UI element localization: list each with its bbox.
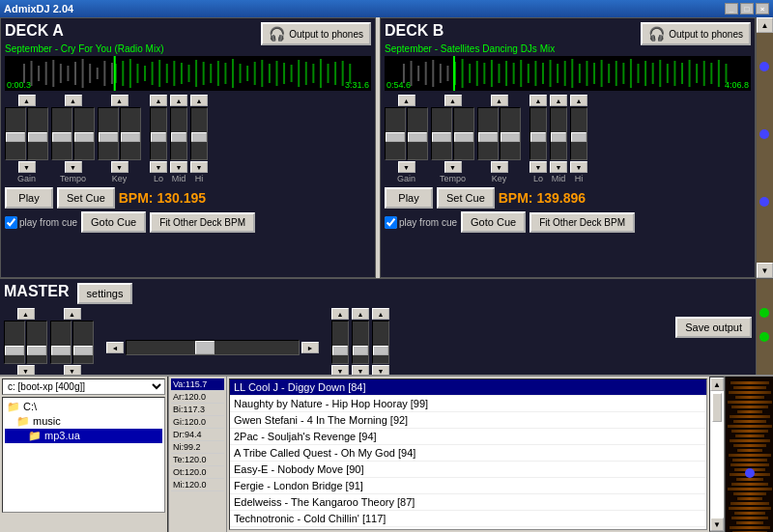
deck-a-phone-button[interactable]: 🎧 Output to phones bbox=[261, 22, 371, 45]
deck-a-tempo-slider2[interactable] bbox=[73, 107, 95, 160]
deck-b-tempo-up[interactable]: ▲ bbox=[444, 95, 462, 106]
master-mid-slider[interactable] bbox=[352, 321, 369, 364]
track-item-0[interactable]: LL Cool J - Diggy Down [84] bbox=[230, 379, 706, 396]
master-mid-up[interactable]: ▲ bbox=[352, 308, 369, 320]
track-scroll-track[interactable] bbox=[710, 391, 724, 518]
track-item-5[interactable]: Easy-E - Nobody Move [90] bbox=[230, 462, 706, 478]
track-scroll-up[interactable]: ▲ bbox=[710, 378, 724, 391]
deck-b-lo-up[interactable]: ▲ bbox=[530, 95, 547, 106]
volume-item-3[interactable]: Gi:120.0 bbox=[171, 416, 224, 429]
master-hi-slider[interactable] bbox=[372, 321, 389, 364]
deck-a-play-button[interactable]: Play bbox=[5, 187, 53, 209]
crossfader-left[interactable]: ◄ bbox=[106, 342, 124, 353]
deck-b-gain-slider2[interactable] bbox=[407, 107, 428, 160]
volume-item-4[interactable]: Dr:94.4 bbox=[171, 429, 224, 441]
deck-b-tempo-down[interactable]: ▼ bbox=[444, 161, 462, 173]
deck-b-play-from-cue-checkbox[interactable] bbox=[385, 216, 397, 229]
volume-item-2[interactable]: Bi:117.3 bbox=[171, 404, 224, 416]
master-tempo-slider2[interactable] bbox=[72, 321, 94, 364]
deck-a-hi-up[interactable]: ▲ bbox=[190, 95, 208, 106]
track-item-2[interactable]: Gwen Stefani - 4 In The Morning [92] bbox=[230, 412, 706, 429]
deck-b-key-down[interactable]: ▼ bbox=[491, 161, 508, 173]
track-item-7[interactable]: Edelweiss - The Kangaroo Theory [87] bbox=[230, 494, 706, 511]
deck-a-key-up[interactable]: ▲ bbox=[111, 95, 129, 106]
deck-a-hi-down[interactable]: ▼ bbox=[190, 161, 208, 173]
master-tempo-slider[interactable] bbox=[50, 321, 72, 364]
master-hi-up[interactable]: ▲ bbox=[372, 308, 389, 320]
deck-a-key-down[interactable]: ▼ bbox=[111, 161, 129, 173]
track-item-6[interactable]: Fergie - London Bridge [91] bbox=[230, 478, 706, 494]
deck-b-mid-up[interactable]: ▲ bbox=[550, 95, 567, 106]
deck-b-lo-slider[interactable] bbox=[530, 107, 547, 160]
track-item-1[interactable]: Naughty by Nature - Hip Hop Hooray [99] bbox=[230, 396, 706, 412]
scroll-track[interactable] bbox=[757, 33, 773, 263]
volume-item-0[interactable]: Va:115.7 bbox=[171, 378, 224, 391]
deck-a-mid-down[interactable]: ▼ bbox=[170, 161, 187, 173]
deck-b-lo-down[interactable]: ▼ bbox=[530, 161, 547, 173]
deck-a-tempo-down[interactable]: ▼ bbox=[65, 161, 82, 173]
deck-a-lo-down[interactable]: ▼ bbox=[150, 161, 167, 173]
deck-a-hi-slider[interactable] bbox=[190, 107, 208, 160]
track-item-3[interactable]: 2Pac - Souljah's Revenge [94] bbox=[230, 429, 706, 445]
master-settings-button[interactable]: settings bbox=[77, 283, 133, 304]
folder-item-c[interactable]: 📁 C:\ bbox=[5, 400, 162, 414]
master-gain-slider[interactable] bbox=[4, 321, 25, 364]
save-output-button[interactable]: Save output bbox=[675, 317, 752, 338]
deck-b-phone-button[interactable]: 🎧 Output to phones bbox=[641, 22, 751, 45]
deck-a-play-from-cue-checkbox[interactable] bbox=[5, 216, 17, 229]
deck-a-tempo-slider[interactable] bbox=[51, 107, 72, 160]
deck-b-play-button[interactable]: Play bbox=[385, 187, 433, 209]
deck-b-gain-up[interactable]: ▲ bbox=[398, 95, 415, 106]
scroll-up-button[interactable]: ▲ bbox=[757, 17, 773, 33]
deck-a-lo-slider[interactable] bbox=[150, 107, 167, 160]
deck-a-gain-up[interactable]: ▲ bbox=[18, 95, 36, 106]
deck-b-key-up[interactable]: ▲ bbox=[491, 95, 508, 106]
track-item-9[interactable]: Fun Lovin' Criminals - Love Unlimited [9… bbox=[230, 527, 706, 530]
deck-b-gain-slider[interactable] bbox=[385, 107, 406, 160]
minimize-button[interactable]: _ bbox=[725, 3, 738, 14]
deck-b-mid-down[interactable]: ▼ bbox=[550, 161, 567, 173]
deck-b-tempo-slider[interactable] bbox=[431, 107, 452, 160]
deck-a-goto-cue-button[interactable]: Goto Cue bbox=[81, 211, 146, 233]
deck-a-gain-slider2[interactable] bbox=[27, 107, 48, 160]
deck-b-hi-slider[interactable] bbox=[570, 107, 587, 160]
deck-b-key-slider[interactable] bbox=[477, 107, 499, 160]
deck-a-fit-bpm-button[interactable]: Fit Other Deck BPM bbox=[150, 212, 255, 233]
track-scroll-thumb[interactable] bbox=[712, 393, 722, 422]
scroll-down-button[interactable]: ▼ bbox=[757, 263, 773, 278]
drive-select[interactable]: c: [boot-xp [400g]] bbox=[2, 378, 165, 395]
track-item-8[interactable]: Technotronic - Cold Chillin' [117] bbox=[230, 511, 706, 527]
master-tempo-up[interactable]: ▲ bbox=[64, 308, 81, 320]
track-scroll-down[interactable]: ▼ bbox=[710, 518, 724, 531]
deck-b-key-slider2[interactable] bbox=[500, 107, 521, 160]
deck-a-gain-down[interactable]: ▼ bbox=[18, 161, 36, 173]
master-lo-up[interactable]: ▲ bbox=[331, 308, 349, 320]
volume-item-6[interactable]: Te:120.0 bbox=[171, 454, 224, 466]
volume-item-7[interactable]: Ot:120.0 bbox=[171, 466, 224, 479]
deck-b-hi-up[interactable]: ▲ bbox=[570, 95, 587, 106]
deck-b-fit-bpm-button[interactable]: Fit Other Deck BPM bbox=[530, 212, 635, 233]
volume-item-1[interactable]: Ar:120.0 bbox=[171, 391, 224, 404]
deck-a-key-slider[interactable] bbox=[98, 107, 119, 160]
deck-b-hi-down[interactable]: ▼ bbox=[570, 161, 587, 173]
deck-b-set-cue-button[interactable]: Set Cue bbox=[437, 187, 495, 209]
folder-item-music[interactable]: 📁 music bbox=[5, 414, 162, 429]
track-item-4[interactable]: A Tribe Called Quest - Oh My God [94] bbox=[230, 445, 706, 462]
deck-a-tempo-up[interactable]: ▲ bbox=[65, 95, 82, 106]
folder-item-mp3ua[interactable]: 📁 mp3.ua bbox=[5, 429, 162, 443]
track-scrollbar[interactable]: ▲ ▼ bbox=[709, 377, 725, 532]
deck-b-gain-down[interactable]: ▼ bbox=[398, 161, 415, 173]
close-button[interactable]: × bbox=[756, 3, 769, 14]
deck-a-mid-up[interactable]: ▲ bbox=[170, 95, 187, 106]
master-gain-up[interactable]: ▲ bbox=[17, 308, 35, 320]
crossfader[interactable] bbox=[126, 340, 300, 355]
deck-a-mid-slider[interactable] bbox=[170, 107, 187, 160]
deck-b-mid-slider[interactable] bbox=[550, 107, 567, 160]
deck-b-goto-cue-button[interactable]: Goto Cue bbox=[461, 211, 526, 233]
maximize-button[interactable]: □ bbox=[740, 3, 754, 14]
deck-a-gain-slider[interactable] bbox=[5, 107, 26, 160]
deck-a-lo-up[interactable]: ▲ bbox=[150, 95, 167, 106]
volume-item-5[interactable]: Ni:99.2 bbox=[171, 441, 224, 454]
volume-item-8[interactable]: Mi:120.0 bbox=[171, 479, 224, 491]
deck-a-set-cue-button[interactable]: Set Cue bbox=[57, 187, 115, 209]
